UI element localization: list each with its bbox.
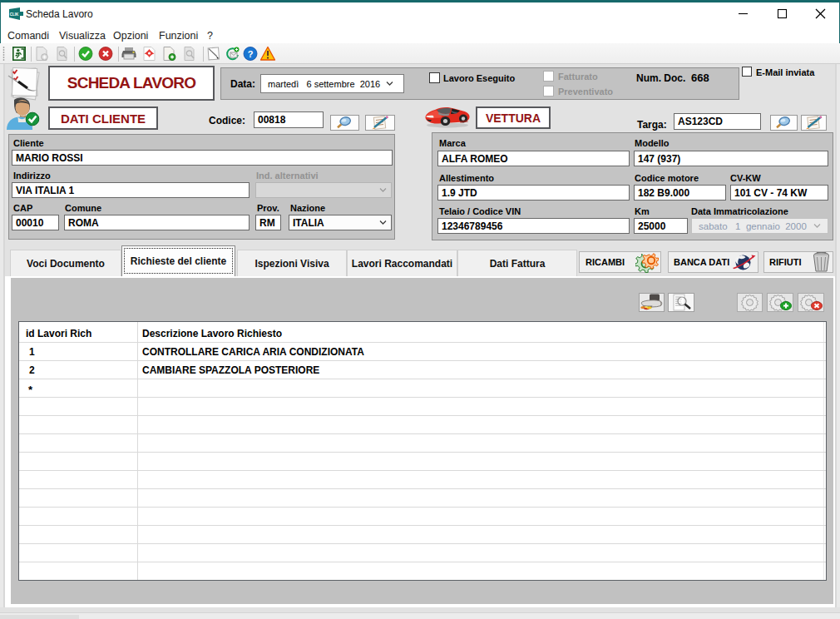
svg-text:CLIK: CLIK bbox=[10, 12, 19, 17]
svg-text:?: ? bbox=[248, 49, 254, 59]
